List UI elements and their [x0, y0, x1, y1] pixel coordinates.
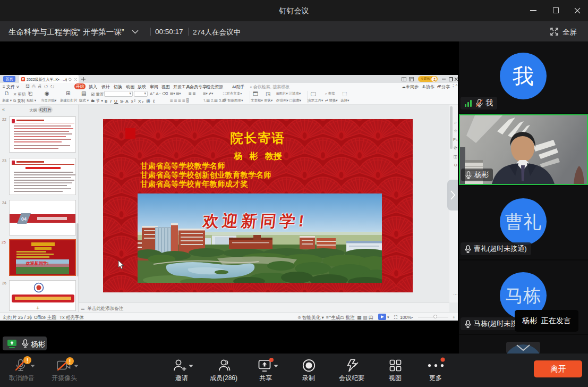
svg-text:04: 04: [21, 216, 27, 222]
svg-text:!: !: [69, 358, 71, 365]
svg-text:!: !: [27, 357, 29, 364]
